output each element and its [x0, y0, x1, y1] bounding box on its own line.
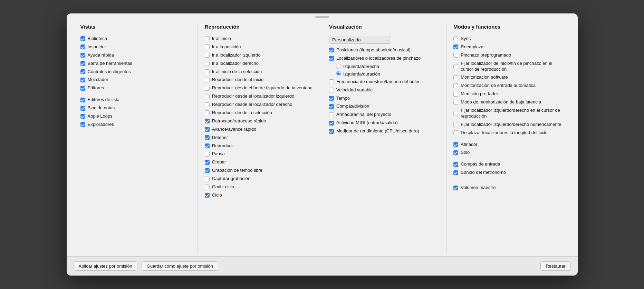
- checkbox-item-visualizacion-0[interactable]: Posiciones (tiempo absoluto/musical): [329, 47, 439, 53]
- checkbox-item-reproduccion-10[interactable]: Retroceso/retroceso rápido: [205, 118, 315, 124]
- checkbox-item-vistas-3[interactable]: Barra de herramientas: [80, 61, 191, 67]
- checkbox-item-modos-4[interactable]: Monitorización software: [453, 74, 564, 80]
- radio-item-visualizacion-2[interactable]: Izquierda/derecha: [336, 64, 439, 69]
- checkbox-vistas-11[interactable]: [80, 122, 85, 127]
- checkbox-item-vistas-10[interactable]: Apple Loops: [80, 113, 191, 119]
- checkbox-reproduccion-13[interactable]: [205, 143, 210, 148]
- save-default-button[interactable]: Guardar como ajuste por omisión: [142, 261, 218, 271]
- radio-visualizacion-2[interactable]: [336, 64, 341, 69]
- checkbox-item-vistas-9[interactable]: Bloc de notas: [80, 105, 191, 111]
- checkbox-reproduccion-19[interactable]: [205, 193, 210, 198]
- checkbox-visualizacion-10[interactable]: [329, 129, 334, 134]
- checkbox-item-visualizacion-6[interactable]: Tempo: [329, 96, 439, 101]
- checkbox-visualizacion-7[interactable]: [329, 104, 334, 109]
- checkbox-item-modos-7[interactable]: Modo de monitorización de baja latencia: [453, 99, 564, 105]
- checkbox-item-vistas-2[interactable]: Ayuda rápida: [80, 52, 191, 58]
- checkbox-item-reproduccion-3[interactable]: Ir a localizador derecho: [205, 61, 315, 67]
- checkbox-reproduccion-8[interactable]: [205, 102, 210, 107]
- checkbox-item-reproduccion-4[interactable]: Ir al inicio de la selección: [205, 69, 315, 75]
- checkbox-item-vistas-0[interactable]: Biblioteca: [80, 36, 191, 42]
- checkbox-item-reproduccion-9[interactable]: Reproducir desde la selección: [205, 110, 315, 116]
- checkbox-modos-16[interactable]: [453, 170, 458, 175]
- checkbox-item-reproduccion-11[interactable]: Avance/avance rápido: [205, 127, 315, 132]
- checkbox-item-reproduccion-13[interactable]: Reproducir: [205, 143, 315, 149]
- checkbox-visualizacion-6[interactable]: [329, 96, 334, 101]
- checkbox-modos-8[interactable]: [453, 111, 458, 116]
- checkbox-modos-4[interactable]: [453, 75, 458, 80]
- drag-handle[interactable]: [315, 16, 329, 18]
- checkbox-item-modos-9[interactable]: Fijar localizador izquierdo/derecho numé…: [453, 122, 564, 128]
- checkbox-item-vistas-1[interactable]: Inspector: [80, 44, 191, 50]
- checkbox-modos-15[interactable]: [453, 162, 458, 167]
- checkbox-modos-7[interactable]: [453, 100, 458, 105]
- checkbox-item-visualizacion-4[interactable]: Frecuencia de muestreo/tamaño del búfer: [329, 79, 439, 85]
- checkbox-item-modos-13[interactable]: Solo: [453, 150, 564, 156]
- checkbox-reproduccion-0[interactable]: [205, 36, 210, 41]
- checkbox-reproduccion-14[interactable]: [205, 152, 210, 157]
- checkbox-item-reproduccion-5[interactable]: Reproducir desde el inicio: [205, 77, 315, 83]
- checkbox-visualizacion-0[interactable]: [329, 48, 334, 52]
- radio-visualizacion-3[interactable]: [336, 71, 341, 76]
- checkbox-reproduccion-16[interactable]: [205, 168, 210, 173]
- checkbox-visualizacion-9[interactable]: [329, 121, 334, 126]
- checkbox-item-reproduccion-18[interactable]: Omitir ciclo: [205, 184, 315, 190]
- checkbox-item-visualizacion-5[interactable]: Velocidad variable: [329, 87, 439, 93]
- checkbox-vistas-0[interactable]: [80, 36, 85, 41]
- checkbox-item-reproduccion-1[interactable]: Ir a la posición: [205, 44, 315, 50]
- checkbox-item-modos-2[interactable]: Pinchazo preprogramado: [453, 52, 564, 58]
- checkbox-modos-13[interactable]: [453, 150, 458, 155]
- checkbox-item-modos-6[interactable]: Medición pre-fader: [453, 91, 564, 97]
- checkbox-item-reproduccion-0[interactable]: Ir al inicio: [205, 36, 315, 42]
- checkbox-item-reproduccion-6[interactable]: Reproducir desde el borde izquierdo de l…: [205, 85, 315, 91]
- checkbox-modos-1[interactable]: [453, 44, 458, 49]
- checkbox-modos-6[interactable]: [453, 92, 458, 97]
- restore-button[interactable]: Restaurar: [540, 261, 570, 271]
- checkbox-reproduccion-2[interactable]: [205, 53, 210, 58]
- checkbox-modos-2[interactable]: [453, 53, 458, 58]
- checkbox-item-reproduccion-15[interactable]: Grabar: [205, 159, 315, 165]
- checkbox-visualizacion-4[interactable]: [329, 79, 334, 84]
- checkbox-modos-12[interactable]: [453, 142, 458, 147]
- checkbox-modos-0[interactable]: [453, 36, 458, 41]
- checkbox-reproduccion-17[interactable]: [205, 177, 210, 181]
- checkbox-item-reproduccion-7[interactable]: Reproducir desde el localizador izquierd…: [205, 93, 315, 99]
- checkbox-vistas-1[interactable]: [80, 44, 85, 49]
- checkbox-item-modos-15[interactable]: Compás de entrada: [453, 161, 564, 167]
- checkbox-vistas-8[interactable]: [80, 98, 85, 102]
- checkbox-reproduccion-15[interactable]: [205, 160, 210, 165]
- checkbox-vistas-9[interactable]: [80, 106, 85, 111]
- checkbox-item-modos-3[interactable]: Fijar localizador de inicio/fin de pinch…: [453, 61, 564, 72]
- checkbox-item-vistas-5[interactable]: Mezclador: [80, 77, 191, 83]
- checkbox-vistas-10[interactable]: [80, 114, 85, 119]
- checkbox-item-visualizacion-7[interactable]: Compás/división: [329, 103, 439, 109]
- apply-defaults-button[interactable]: Aplicar ajustes por omisión: [74, 261, 137, 271]
- radio-item-visualizacion-3[interactable]: Izquierda/duración: [336, 71, 439, 77]
- checkbox-reproduccion-4[interactable]: [205, 69, 210, 74]
- checkbox-item-reproduccion-16[interactable]: Grabación de tempo libre: [205, 168, 315, 173]
- checkbox-item-reproduccion-19[interactable]: Ciclo: [205, 192, 315, 198]
- checkbox-modos-5[interactable]: [453, 83, 458, 88]
- checkbox-reproduccion-18[interactable]: [205, 185, 210, 189]
- checkbox-item-reproduccion-14[interactable]: Pausa: [205, 151, 315, 157]
- checkbox-vistas-6[interactable]: [80, 86, 85, 91]
- checkbox-reproduccion-9[interactable]: [205, 110, 210, 115]
- checkbox-item-visualizacion-8[interactable]: Armadura/final del proyecto: [329, 112, 439, 118]
- checkbox-item-modos-10[interactable]: Desplazar localizadores la longitud del …: [453, 130, 564, 136]
- checkbox-reproduccion-3[interactable]: [205, 61, 210, 66]
- checkbox-item-modos-1[interactable]: Reemplazar: [453, 44, 564, 50]
- checkbox-item-modos-12[interactable]: Afinador: [453, 142, 564, 148]
- checkbox-visualizacion-8[interactable]: [329, 112, 334, 117]
- checkbox-item-vistas-11[interactable]: Exploradores: [80, 122, 191, 128]
- checkbox-item-reproduccion-17[interactable]: Capturar grabación: [205, 176, 315, 182]
- checkbox-modos-19[interactable]: [453, 186, 458, 190]
- checkbox-modos-10[interactable]: [453, 130, 458, 135]
- checkbox-item-modos-16[interactable]: Sonido del metrónomo: [453, 170, 564, 176]
- checkbox-item-modos-19[interactable]: Volumen maestro: [453, 185, 564, 191]
- checkbox-item-modos-0[interactable]: Sync: [453, 36, 564, 42]
- checkbox-reproduccion-7[interactable]: [205, 94, 210, 99]
- checkbox-reproduccion-6[interactable]: [205, 86, 210, 91]
- checkbox-reproduccion-5[interactable]: [205, 78, 210, 82]
- checkbox-visualizacion-5[interactable]: [329, 88, 334, 92]
- checkbox-item-visualizacion-9[interactable]: Actividad MIDI (entrada/salida): [329, 120, 439, 126]
- checkbox-item-vistas-8[interactable]: Editores de lista: [80, 97, 191, 103]
